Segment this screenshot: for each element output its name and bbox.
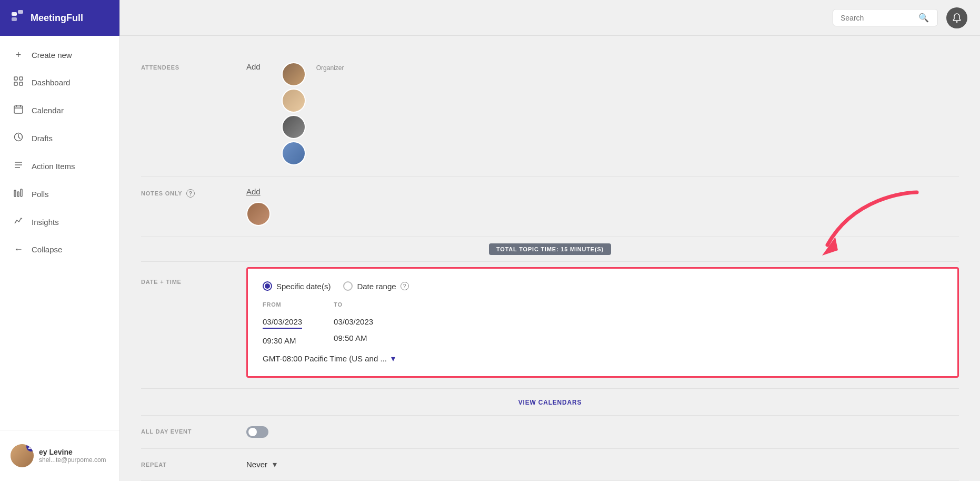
- view-calendars-link[interactable]: VIEW CALENDARS: [518, 399, 582, 406]
- attendee-avatar-3: [282, 115, 306, 139]
- svg-rect-1: [18, 10, 23, 14]
- list-icon: [13, 160, 24, 172]
- repeat-value: Never: [246, 460, 267, 469]
- all-day-section: ALL DAY EVENT: [141, 416, 959, 449]
- user-name: ey Levine: [39, 448, 106, 456]
- notes-section: NOTES ONLY ? Add: [141, 176, 959, 237]
- view-calendars-section: VIEW CALENDARS: [141, 389, 959, 416]
- sidebar-item-drafts[interactable]: Drafts: [0, 125, 119, 152]
- svg-point-20: [956, 21, 958, 23]
- specific-dates-option[interactable]: Specific date(s): [263, 281, 331, 291]
- sidebar-nav: + Create new Dashboard: [0, 36, 119, 430]
- plus-icon: +: [13, 50, 24, 61]
- notes-add-link[interactable]: Add: [246, 187, 261, 196]
- sidebar-logo: MeetingFull: [0, 0, 119, 36]
- attendees-section: ATTENDEES Add Organizer: [141, 52, 959, 176]
- user-info: ey Levine shel...te@purpome.com: [39, 448, 106, 464]
- main-area: 🔍 ATTENDEES Add: [120, 0, 980, 481]
- timezone-row: GMT-08:00 Pacific Time (US and ... ▾: [263, 354, 943, 364]
- repeat-label: REPEAT: [141, 459, 225, 468]
- to-time[interactable]: 09:50 AM: [334, 333, 373, 342]
- dashboard-icon: [13, 76, 24, 89]
- notification-button[interactable]: [946, 7, 967, 28]
- app-name: MeetingFull: [31, 13, 83, 24]
- to-column: TO 03/03/2023 09:50 AM: [334, 301, 373, 342]
- date-range-label: Date range: [357, 282, 396, 291]
- action-items-label: Action Items: [32, 162, 75, 171]
- to-date[interactable]: 03/03/2023: [334, 317, 373, 326]
- notes-label: NOTES ONLY ?: [141, 187, 225, 198]
- sidebar-item-create-new[interactable]: + Create new: [0, 42, 119, 68]
- user-email: shel...te@purpome.com: [39, 456, 106, 464]
- date-time-section: DATE + TIME Specific date(s) Date range …: [141, 262, 959, 389]
- user-avatar: 21: [11, 444, 34, 467]
- sidebar: MeetingFull + Create new Dashboard: [0, 0, 120, 481]
- sidebar-item-insights[interactable]: Insights: [0, 209, 119, 235]
- collapse-icon: ←: [13, 244, 24, 255]
- polls-label: Polls: [32, 190, 49, 199]
- attendees-content: Add Organizer: [246, 62, 959, 165]
- timezone-chevron[interactable]: ▾: [391, 354, 395, 364]
- logo-icon: [11, 9, 25, 27]
- attendee-avatar-4: [282, 141, 306, 165]
- sidebar-item-collapse[interactable]: ← Collapse: [0, 237, 119, 262]
- repeat-chevron[interactable]: ▾: [273, 459, 277, 469]
- attendees-avatars: [282, 62, 306, 165]
- repeat-content: Never ▾: [246, 459, 959, 469]
- organizer-label: Organizer: [316, 64, 344, 72]
- sidebar-item-polls[interactable]: Polls: [0, 181, 119, 208]
- notes-content: Add: [246, 187, 959, 226]
- search-input[interactable]: [841, 14, 914, 22]
- sidebar-item-dashboard[interactable]: Dashboard: [0, 69, 119, 96]
- calendar-label: Calendar: [32, 106, 64, 115]
- date-range-help-icon[interactable]: ?: [401, 282, 409, 290]
- svg-rect-6: [19, 82, 23, 85]
- all-day-label: ALL DAY EVENT: [141, 426, 225, 435]
- polls-icon: [13, 188, 24, 200]
- svg-rect-7: [14, 106, 23, 113]
- date-type-selection: Specific date(s) Date range ?: [263, 281, 943, 291]
- date-range-option[interactable]: Date range ?: [343, 281, 408, 291]
- svg-rect-17: [14, 190, 16, 197]
- user-section[interactable]: 21 ey Levine shel...te@purpome.com: [0, 439, 119, 473]
- content-area: ATTENDEES Add Organizer .attend: [120, 36, 980, 481]
- attendees-add-link[interactable]: Add: [246, 62, 261, 71]
- insights-label: Insights: [32, 218, 59, 227]
- timezone-text: GMT-08:00 Pacific Time (US and ...: [263, 354, 387, 363]
- sidebar-item-action-items[interactable]: Action Items: [0, 153, 119, 180]
- from-column: FROM 03/03/2023 09:30 AM: [263, 301, 302, 345]
- header: 🔍: [120, 0, 980, 36]
- topic-time-section: TOTAL TOPIC TIME: 15 MINUTE(S): [141, 237, 959, 262]
- drafts-label: Drafts: [32, 134, 53, 143]
- collapse-label: Collapse: [32, 245, 62, 254]
- search-bar[interactable]: 🔍: [833, 9, 938, 26]
- svg-rect-4: [19, 77, 23, 80]
- sidebar-item-calendar[interactable]: Calendar: [0, 97, 119, 124]
- attendees-label: ATTENDEES: [141, 62, 225, 71]
- all-day-toggle[interactable]: [246, 426, 268, 438]
- specific-dates-radio[interactable]: [263, 281, 272, 291]
- insights-icon: [13, 216, 24, 228]
- date-range-radio[interactable]: [343, 281, 353, 291]
- calendar-icon: [13, 104, 24, 116]
- dashboard-label: Dashboard: [32, 78, 70, 87]
- to-label: TO: [334, 301, 373, 308]
- sidebar-bottom: 21 ey Levine shel...te@purpome.com: [0, 430, 119, 481]
- search-icon[interactable]: 🔍: [918, 13, 929, 23]
- svg-rect-3: [14, 77, 17, 80]
- attendee-avatar-2: [282, 89, 306, 113]
- svg-rect-19: [21, 189, 22, 197]
- clock-icon: [13, 132, 24, 144]
- repeat-section: REPEAT Never ▾: [141, 449, 959, 480]
- svg-rect-5: [14, 82, 17, 85]
- repeat-select[interactable]: Never ▾: [246, 459, 959, 469]
- from-time[interactable]: 09:30 AM: [263, 336, 302, 345]
- notes-help-icon[interactable]: ?: [186, 189, 195, 198]
- create-new-label: Create new: [32, 51, 72, 60]
- all-day-content: [246, 426, 959, 438]
- from-label: FROM: [263, 301, 302, 308]
- from-date[interactable]: 03/03/2023: [263, 317, 302, 329]
- topic-time-badge: TOTAL TOPIC TIME: 15 MINUTE(S): [489, 243, 611, 255]
- date-time-label: DATE + TIME: [141, 262, 225, 285]
- from-to-row: FROM 03/03/2023 09:30 AM TO 03/03/2023 0…: [263, 301, 943, 345]
